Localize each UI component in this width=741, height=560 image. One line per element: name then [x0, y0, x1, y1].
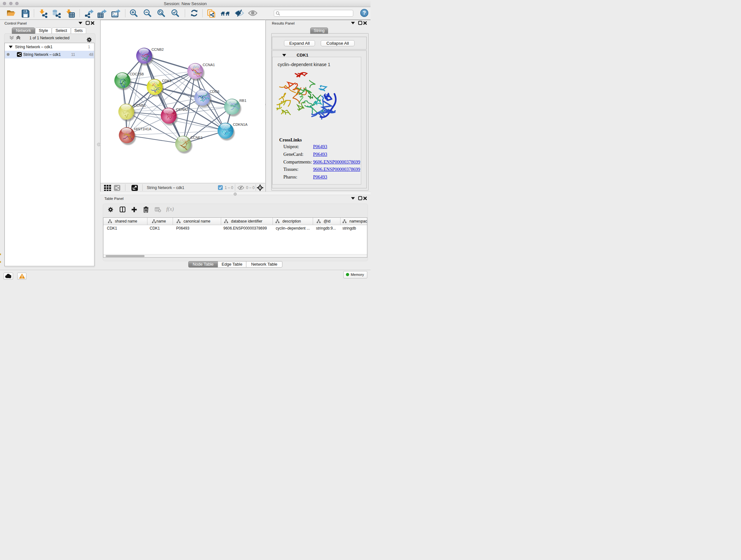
- svg-text:CCNB2: CCNB2: [151, 48, 164, 51]
- svg-text:CCNA2: CCNA2: [176, 108, 188, 111]
- svg-text:CCNE1: CCNE1: [191, 136, 203, 139]
- svg-text:CCNB1: CCNB1: [134, 104, 146, 107]
- svg-text:HIST1H1A: HIST1H1A: [134, 127, 151, 131]
- svg-text:CDC6: CDC6: [210, 90, 219, 94]
- svg-text:CCNA1: CCNA1: [203, 63, 215, 67]
- svg-text:CDKN1A: CDKN1A: [233, 123, 248, 126]
- svg-text:RB1: RB1: [239, 99, 246, 103]
- svg-text:CDK1: CDK1: [162, 79, 172, 83]
- svg-text:CDC25B: CDC25B: [130, 72, 144, 76]
